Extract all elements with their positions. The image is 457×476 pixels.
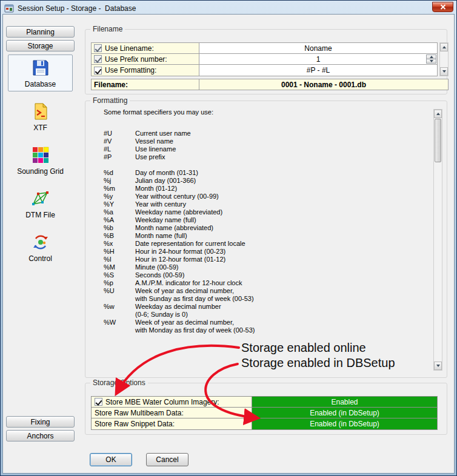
sidebar-button-storage[interactable]: Storage [6, 40, 75, 51]
specifier-desc: Current user name [135, 130, 191, 137]
filename-value-cell: 0001 - Noname - 0001.db [199, 79, 448, 90]
formatting-group: Formatting Some format specifiers you ma… [85, 101, 447, 378]
specifier-desc: Weekday name (full) [135, 216, 196, 224]
dtm-network-icon [31, 189, 50, 208]
app-icon [4, 4, 14, 13]
sidebar-item-label: XTF [33, 124, 47, 132]
use-formatting-checkbox[interactable] [94, 67, 102, 74]
sidebar-item-sounding-grid[interactable]: Sounding Grid [8, 142, 73, 179]
specifier-desc: Seconds (00-59) [135, 271, 184, 279]
table-row: Use Formatting: #P - #L [92, 65, 437, 76]
scrollbar-down-button[interactable] [440, 67, 448, 76]
format-specifier-row: #VVessel name [104, 137, 422, 145]
format-specifier-row: %MMinute (00-59) [104, 263, 422, 271]
annotation-storage-enabled-dbsetup: Storage enabled in DBSetup [241, 356, 395, 370]
format-specifier-row: #LUse linename [104, 145, 422, 153]
storage-options-group: Storage Options Store MBE Water Column I… [85, 383, 447, 435]
sidebar-item-control[interactable]: Control [8, 229, 73, 266]
storage-options-table: Store MBE Water Column Imagery: Enabled … [91, 396, 438, 430]
format-specifier-row: #PUse prefix [104, 153, 422, 161]
down-arrow-icon [436, 365, 440, 367]
specifier-code: %x [104, 240, 135, 248]
control-icon [31, 233, 50, 252]
scrollbar-up-button[interactable] [440, 43, 448, 51]
specifier-desc: Week of year as decimal number, with Mon… [135, 319, 255, 334]
multibeam-status-cell: Enabled (in DbSetup) [252, 408, 437, 418]
store-wci-checkbox[interactable] [95, 398, 102, 406]
format-specifier-row: %mMonth (01-12) [104, 185, 422, 193]
down-arrow-icon [430, 60, 433, 62]
row-label: Use Prefix number: [105, 55, 167, 64]
scrollbar-down-button[interactable] [434, 362, 442, 370]
specifier-code: %p [104, 279, 135, 287]
session-setup-dialog: Session Setup - Storage - Database Plann… [0, 0, 457, 476]
titlebar: Session Setup - Storage - Database [2, 2, 455, 14]
specifier-code: #P [104, 153, 135, 161]
spinner-down-button[interactable] [426, 59, 436, 64]
linename-value-cell[interactable]: Noname [199, 43, 437, 53]
close-button[interactable] [432, 2, 453, 12]
use-linename-label-cell: Use Linename: [92, 43, 199, 53]
sidebar-button-planning[interactable]: Planning [6, 26, 75, 38]
use-linename-checkbox[interactable] [94, 44, 102, 52]
spinner-up-button[interactable] [426, 55, 436, 59]
sidebar-button-anchors[interactable]: Anchors [6, 430, 75, 441]
specifier-desc: A.M./P.M. indicator for 12-hour clock [135, 279, 242, 287]
specifier-code: %H [104, 248, 135, 256]
specifier-code: %b [104, 224, 135, 232]
ok-button[interactable]: OK [90, 453, 132, 466]
filename-label-cell: Filename: [92, 79, 199, 90]
sounding-grid-icon [31, 145, 50, 165]
sidebar-item-label: Control [28, 254, 52, 263]
filename-result-row: Filename: 0001 - Noname - 0001.db [91, 79, 449, 90]
specifier-desc: Use prefix [135, 153, 165, 161]
format-list-header: Some format specifiers you may use: [104, 108, 422, 116]
row-label: Filename: [94, 81, 128, 89]
prefix-number-value: 1 [316, 55, 321, 64]
sidebar-item-database[interactable]: Database [8, 55, 73, 91]
format-specifier-row: #UCurrent user name [104, 130, 422, 137]
specifier-code: %S [104, 271, 135, 279]
format-specifier-row: %aWeekday name (abbreviated) [104, 208, 422, 216]
format-specifier-row: %IHour in 12-hour format (01-12) [104, 256, 422, 263]
specifier-code: %U [104, 287, 135, 303]
table-row: Use Linename: Noname [92, 43, 437, 54]
format-specifier-row: %BMonth name (full) [104, 232, 422, 240]
specifier-code: %M [104, 263, 135, 271]
specifier-desc: Weekday as decimal number (0-6; Sunday i… [135, 303, 221, 319]
specifier-desc: Year with century [135, 200, 186, 208]
scrollbar-thumb[interactable] [435, 119, 441, 162]
specifier-code: %a [104, 208, 135, 216]
prefix-value-cell[interactable]: 1 [199, 54, 437, 64]
window-title: Session Setup - Storage - Database [18, 4, 136, 13]
format-specifier-row: %AWeekday name (full) [104, 216, 422, 224]
specifier-code: %d [104, 169, 135, 177]
store-snippet-label-cell: Store Raw Snippet Data: [92, 418, 252, 429]
cancel-button[interactable]: Cancel [146, 453, 188, 466]
sidebar-button-fixing[interactable]: Fixing [6, 416, 75, 428]
filename-settings-table: Use Linename: Noname Use Prefix number: … [91, 42, 438, 76]
table-row: Use Prefix number: 1 [92, 54, 437, 65]
store-multibeam-label-cell: Store Raw Multibeam Data: [92, 408, 252, 418]
use-prefix-checkbox[interactable] [94, 55, 102, 63]
specifier-code: %W [104, 319, 135, 334]
specifier-desc: Month name (abbreviated) [135, 224, 213, 232]
prefix-number-stepper [426, 55, 436, 64]
sidebar-item-dtm-file[interactable]: DTM File [8, 185, 73, 222]
specifier-code: #U [104, 130, 135, 137]
sidebar-item-xtf[interactable]: XTF [8, 98, 73, 135]
row-label: Store Raw Multibeam Data: [95, 409, 184, 417]
sidebar-item-label: Sounding Grid [17, 167, 64, 176]
scrollbar-up-button[interactable] [434, 110, 442, 118]
formatting-value-cell[interactable]: #P - #L [199, 65, 437, 76]
specifier-code: %A [104, 216, 135, 224]
down-arrow-icon [442, 70, 446, 73]
format-specifier-row: %wWeekday as decimal number (0-6; Sunday… [104, 303, 422, 319]
store-wci-label-cell: Store MBE Water Column Imagery: [92, 397, 252, 407]
specifier-desc: Minute (00-59) [135, 263, 179, 271]
specifier-desc: Month name (full) [135, 232, 187, 240]
format-specifier-row: %dDay of month (01-31) [104, 169, 422, 177]
filename-group: Filename Use Linename: Noname Use Prefix… [85, 29, 447, 94]
up-arrow-icon [430, 56, 433, 58]
format-specifier-row: %WWeek of year as decimal number, with M… [104, 319, 422, 334]
